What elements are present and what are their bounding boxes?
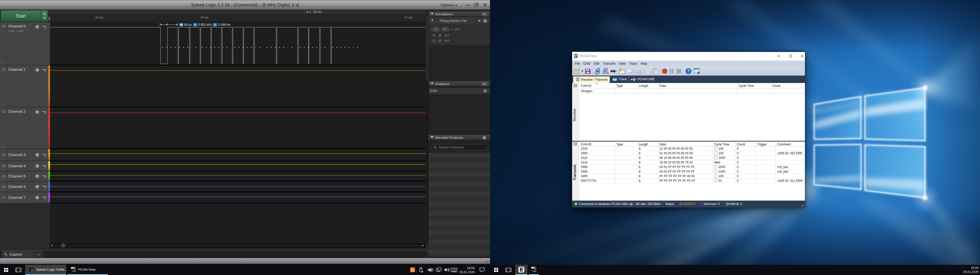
svg-text:CAN: CAN bbox=[533, 270, 536, 272]
svg-text:CAN: CAN bbox=[73, 270, 76, 272]
svg-text:i: i bbox=[698, 72, 699, 74]
svg-text:CAN: CAN bbox=[575, 56, 578, 58]
